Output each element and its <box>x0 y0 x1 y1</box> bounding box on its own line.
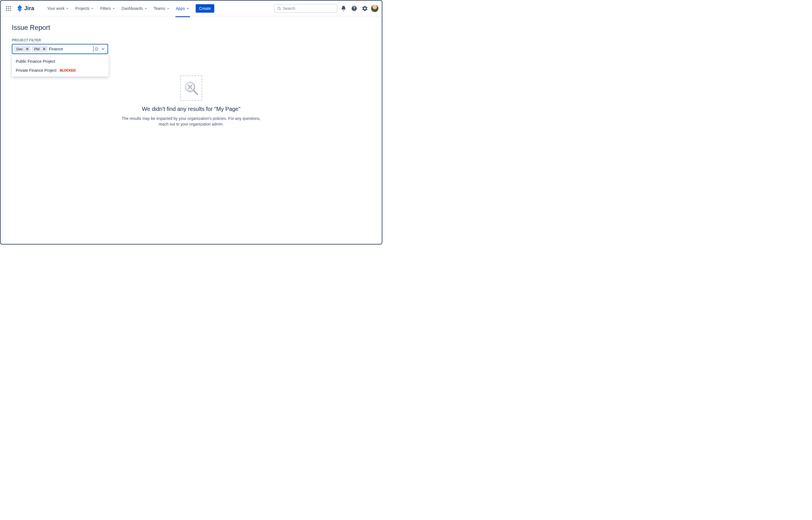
chevron-down-icon <box>91 7 94 10</box>
option-label: Private Finance Project <box>16 68 57 73</box>
nav-your-work[interactable]: Your work <box>45 4 72 12</box>
option-label: Public Finance Project <box>16 59 55 63</box>
remove-chip-button[interactable]: ✕ <box>43 47 46 51</box>
remove-chip-button[interactable]: ✕ <box>26 47 29 51</box>
user-avatar[interactable] <box>371 5 378 12</box>
filter-chip: PM ✕ <box>32 46 48 52</box>
nav-label: Apps <box>176 6 185 11</box>
svg-rect-7 <box>8 10 9 11</box>
notifications-button[interactable] <box>339 4 348 13</box>
app-switcher-button[interactable] <box>4 4 13 13</box>
chevron-down-icon <box>186 7 189 10</box>
empty-state-title: We didn't find any results for "My Page" <box>118 106 264 112</box>
project-filter-label: Project Filter <box>12 38 371 42</box>
empty-state: We didn't find any results for "My Page"… <box>118 75 264 127</box>
global-search[interactable] <box>274 4 337 13</box>
top-nav: Jira Your work Projects Filters Dashboar… <box>1 1 382 16</box>
clear-filter-button[interactable] <box>95 47 99 51</box>
filter-chip-label: Dev <box>16 47 23 51</box>
nav-label: Dashboards <box>122 6 143 11</box>
empty-state-description: The results may be impacted by your orga… <box>118 115 264 127</box>
empty-state-illustration <box>180 75 202 101</box>
search-icon <box>277 6 281 11</box>
svg-line-13 <box>194 90 197 94</box>
close-icon <box>96 48 98 50</box>
app-switcher-icon <box>6 6 11 11</box>
primary-nav: Your work Projects Filters Dashboards Te… <box>45 4 214 13</box>
svg-rect-1 <box>8 6 9 7</box>
chevron-down-icon <box>144 7 148 10</box>
page-title: Issue Report <box>12 24 371 31</box>
gear-icon <box>362 5 368 11</box>
create-button[interactable]: Create <box>196 4 214 13</box>
global-search-input[interactable] <box>283 6 334 11</box>
project-filter-select[interactable]: Dev ✕ PM ✕ Public Finance Project Privat… <box>12 44 108 54</box>
bell-icon <box>340 5 347 11</box>
nav-filters[interactable]: Filters <box>97 4 118 12</box>
nav-teams[interactable]: Teams <box>151 4 173 12</box>
help-icon <box>351 5 357 11</box>
jira-logo[interactable]: Jira <box>15 5 36 12</box>
magnifier-x-icon <box>183 80 199 96</box>
main-content: Issue Report Project Filter Dev ✕ PM ✕ P… <box>1 16 382 61</box>
nav-label: Projects <box>75 6 90 11</box>
settings-button[interactable] <box>360 4 370 13</box>
svg-rect-8 <box>10 10 11 11</box>
filter-chip-label: PM <box>34 47 40 51</box>
svg-rect-2 <box>10 6 11 7</box>
dropdown-option[interactable]: Private Finance Project BLOCKED <box>12 66 109 75</box>
chevron-down-icon[interactable] <box>101 47 105 51</box>
chevron-down-icon <box>66 7 69 10</box>
nav-label: Your work <box>47 6 65 11</box>
svg-rect-0 <box>6 6 7 7</box>
nav-apps[interactable]: Apps <box>173 4 192 12</box>
svg-rect-3 <box>6 8 7 9</box>
nav-label: Teams <box>154 6 165 11</box>
dropdown-option[interactable]: Public Finance Project <box>12 57 109 66</box>
help-button[interactable] <box>350 4 359 13</box>
svg-rect-5 <box>10 8 11 9</box>
jira-logo-text: Jira <box>24 5 34 11</box>
jira-logo-icon <box>16 5 23 12</box>
svg-rect-4 <box>8 8 9 9</box>
project-filter-input[interactable] <box>49 46 94 52</box>
blocked-lozenge: BLOCKED <box>59 68 77 72</box>
chevron-down-icon <box>167 7 170 10</box>
chevron-down-icon <box>112 7 116 10</box>
svg-line-10 <box>280 9 281 10</box>
nav-projects[interactable]: Projects <box>72 4 97 12</box>
svg-rect-6 <box>6 10 7 11</box>
select-controls <box>95 47 106 51</box>
project-filter-dropdown: Public Finance Project Private Finance P… <box>12 55 109 77</box>
nav-label: Filters <box>100 6 111 11</box>
filter-chip: Dev ✕ <box>14 46 31 52</box>
nav-dashboards[interactable]: Dashboards <box>119 4 150 12</box>
